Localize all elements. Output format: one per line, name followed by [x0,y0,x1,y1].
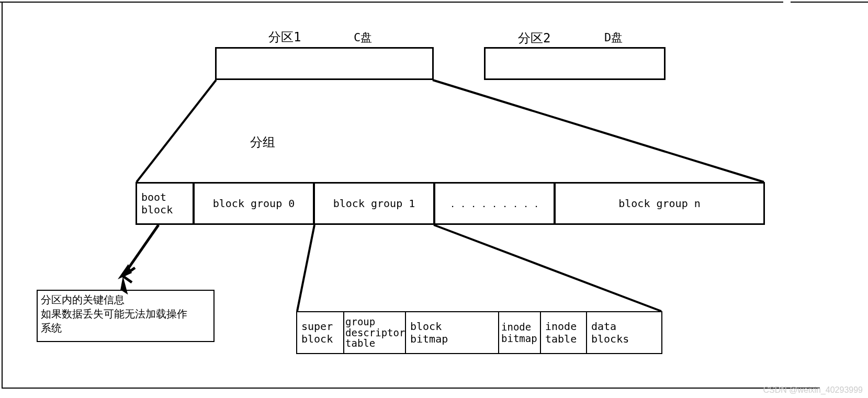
boot-note-line3: 系统 [41,321,210,335]
svg-line-8 [434,225,661,311]
inode-bitmap-cell: inode bitmap [498,311,541,354]
inode-bitmap-text: inode bitmap [501,321,537,344]
block-group-0-cell: block group 0 [193,182,314,225]
boot-block-cell: boot block [136,182,194,225]
svg-line-6 [123,276,132,282]
block-group-n-cell: block group n [554,182,765,225]
partition1-box [215,47,434,80]
block-group-1-cell: block group 1 [313,182,435,225]
block-bitmap-text: block bitmap [410,320,448,345]
partition2-drive: D盘 [604,30,623,46]
super-block-cell: super block [296,311,344,354]
svg-line-2 [123,225,159,276]
svg-line-1 [433,80,764,182]
svg-line-7 [297,225,314,311]
block-group-1-text: block group 1 [333,197,415,210]
boot-note-line2: 如果数据丢失可能无法加载操作 [41,307,210,321]
svg-line-0 [137,80,216,182]
partition2-title: 分区2 [518,30,550,47]
data-blocks-text: data blocks [591,320,657,345]
partition1-drive: C盘 [354,30,372,46]
boot-note-box: 分区内的关键信息 如果数据丢失可能无法加载操作 系统 [37,290,215,342]
inode-table-text: inode table [545,320,577,345]
svg-line-5 [123,268,135,276]
data-blocks-cell: data blocks [586,311,662,354]
block-group-dots-cell: ．．．．．．．．． [434,182,555,225]
svg-marker-4 [118,264,132,279]
boot-note-line1: 分区内的关键信息 [41,293,210,307]
group-descriptor-table-cell: group descriptor table [343,311,406,354]
inode-table-cell: inode table [540,311,587,354]
block-group-n-text: block group n [618,197,701,210]
watermark: CSDN @weixin_40293999 [763,385,863,395]
super-block-text: super block [301,320,333,345]
block-group-0-text: block group 0 [213,197,295,210]
partition1-title: 分区1 [268,29,301,46]
group-descriptor-table-text: group descriptor table [345,316,405,349]
block-group-dots-text: ．．．．．．．．． [447,197,542,211]
partition2-box [484,47,666,80]
boot-block-text: boot block [141,191,173,216]
block-bitmap-cell: block bitmap [405,311,499,354]
group-label: 分组 [250,134,275,151]
